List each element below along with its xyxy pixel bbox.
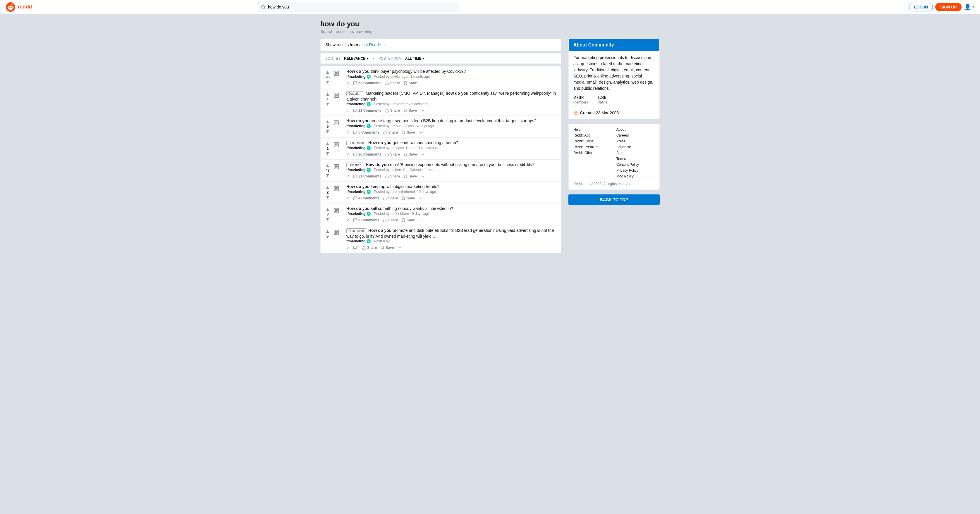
footer-link-reddit-coins[interactable]: Reddit Coins (573, 139, 612, 143)
search-bar[interactable] (257, 2, 459, 12)
save-button[interactable]: Save (380, 246, 394, 250)
post-title[interactable]: How do you sell something nobody wants/i… (346, 206, 453, 211)
more-options-button[interactable]: ··· (420, 80, 424, 86)
share-button[interactable]: Share (383, 218, 398, 222)
subreddit-link[interactable]: r/marketing (346, 102, 365, 106)
subreddit-join-icon[interactable]: + (367, 146, 371, 150)
footer-link-advertise[interactable]: Advertise (616, 145, 655, 149)
save-button[interactable]: Save (401, 196, 415, 200)
subreddit-join-icon[interactable]: + (367, 75, 371, 79)
post-title[interactable]: Marketing leaders (CMO, VP, Dir, Manager… (346, 91, 556, 102)
reddit-logo[interactable]: reddit (6, 2, 32, 12)
comments-button[interactable]: 26 Comments (353, 152, 382, 156)
vote-up-button[interactable]: ▲ (325, 185, 330, 190)
subreddit-link[interactable]: r/marketing (346, 168, 365, 172)
footer-link-content-policy[interactable]: Content Policy (616, 163, 655, 167)
all-of-reddit-link[interactable]: all of Reddit → (359, 43, 386, 47)
more-options-button[interactable]: ··· (418, 130, 422, 135)
share-button[interactable]: Share (385, 152, 400, 156)
vote-down-button[interactable]: ▼ (325, 151, 330, 156)
save-button[interactable]: Save (403, 108, 417, 113)
footer-link-privacy-policy[interactable]: Privacy Policy (616, 168, 655, 173)
post-title[interactable]: How do you think buyer psychology will b… (346, 69, 466, 74)
subreddit-link[interactable]: r/marketing (346, 239, 365, 243)
share-button[interactable]: Share (362, 246, 377, 250)
comments-button[interactable]: 21 Comments (353, 174, 382, 178)
subreddit-link[interactable]: r/marketing (346, 212, 365, 216)
subreddit-join-icon[interactable]: + (367, 102, 371, 106)
footer-link-press[interactable]: Press (616, 139, 655, 143)
subreddit-link[interactable]: r/marketing (346, 75, 365, 79)
subreddit-join-icon[interactable]: + (367, 239, 371, 243)
more-options-button[interactable]: ··· (420, 174, 424, 179)
comment-count: 9 Comments (358, 218, 379, 222)
share-button[interactable]: Share (385, 81, 400, 85)
comments-button[interactable]: 11 Comments (353, 108, 382, 113)
subreddit-join-icon[interactable]: + (367, 168, 371, 172)
save-button[interactable]: Save (403, 81, 417, 85)
more-options-button[interactable]: ··· (420, 108, 424, 113)
more-options-button[interactable]: ··· (420, 152, 424, 157)
comments-button[interactable]: 4 Comments (353, 196, 379, 200)
more-options-button[interactable]: ··· (418, 195, 422, 201)
footer-link-reddit-gifts[interactable]: Reddit Gifts (573, 151, 612, 155)
vote-down-button[interactable]: ▼ (325, 129, 330, 134)
online-value: 1.8k (597, 95, 608, 100)
post-title[interactable]: How do you get leads without spending a … (368, 140, 458, 145)
footer-link-terms[interactable]: Terms (616, 157, 655, 161)
search-input[interactable] (268, 5, 455, 10)
sort-relevance-button[interactable]: RELEVANCE ▾ (344, 56, 368, 60)
subreddit-link[interactable]: r/marketing (346, 146, 365, 150)
vote-up-button[interactable]: ▲ (325, 163, 330, 168)
comments-button[interactable] (353, 246, 358, 250)
login-button[interactable]: LOG IN (909, 3, 933, 11)
posts-from-button[interactable]: ALL TIME ▾ (405, 56, 424, 60)
share-button[interactable]: Share (383, 130, 398, 135)
subreddit-join-icon[interactable]: + (367, 212, 371, 216)
signup-button[interactable]: SIGN UP (935, 3, 962, 11)
share-button[interactable]: Share (385, 108, 400, 113)
comments-button[interactable]: 9 Comments (353, 218, 379, 222)
back-to-top-button[interactable]: BACK TO TOP (568, 194, 660, 205)
vote-down-button[interactable]: ▼ (325, 195, 330, 200)
vote-up-button[interactable]: ▲ (325, 119, 330, 124)
vote-up-button[interactable]: ▲ (325, 207, 330, 212)
vote-down-button[interactable]: ▼ (325, 235, 330, 240)
save-button[interactable]: Save (401, 130, 415, 135)
save-button[interactable]: Save (401, 218, 415, 222)
vote-down-button[interactable]: ▼ (325, 173, 330, 178)
subreddit-link[interactable]: r/marketing (346, 190, 365, 194)
vote-down-button[interactable]: ▼ (325, 102, 330, 106)
footer-link-about[interactable]: About (616, 127, 655, 132)
subreddit-link[interactable]: r/marketing (346, 124, 365, 128)
save-button[interactable]: Save (403, 174, 417, 178)
footer-link-reddit-app[interactable]: Reddit App (573, 133, 612, 137)
footer-link-help[interactable]: Help (573, 127, 612, 132)
user-menu[interactable]: 👤 ▾ (964, 3, 974, 11)
post-title[interactable]: How do you keep up with digital marketin… (346, 184, 439, 189)
subreddit-join-icon[interactable]: + (367, 124, 371, 128)
share-button[interactable]: Share (385, 174, 400, 178)
vote-up-button[interactable]: ▲ (325, 92, 330, 97)
footer-link-reddit-premium[interactable]: Reddit Premium (573, 145, 612, 149)
share-button[interactable]: Share (383, 196, 398, 200)
footer-link-blog[interactable]: Blog (616, 151, 655, 155)
more-options-button[interactable]: ··· (397, 245, 401, 250)
footer-link-careers[interactable]: Careers (616, 133, 655, 137)
comments-button[interactable]: 53 Comments (353, 81, 382, 85)
vote-up-button[interactable]: ▲ (325, 141, 330, 146)
footer-link-mod-policy[interactable]: Mod Policy (616, 174, 655, 178)
post-content: How do you keep up with digital marketin… (344, 184, 560, 201)
post-title[interactable]: How do you promote and distribute eBooks… (346, 228, 554, 239)
comments-button[interactable]: 5 Comments (353, 130, 379, 135)
vote-up-button[interactable]: ▲ (325, 229, 330, 233)
post-title[interactable]: How do you create target segments for a … (346, 118, 536, 123)
save-button[interactable]: Save (403, 152, 417, 156)
vote-down-button[interactable]: ▼ (325, 80, 330, 84)
vote-up-button[interactable]: ▲ (325, 70, 330, 75)
more-options-button[interactable]: ··· (418, 217, 422, 223)
post-actions: ⤢ 21 Comments Share Save ··· (346, 174, 558, 179)
post-title[interactable]: How do you run A/B pricing experiments w… (366, 162, 535, 167)
vote-down-button[interactable]: ▼ (325, 217, 330, 222)
subreddit-join-icon[interactable]: + (367, 190, 371, 194)
